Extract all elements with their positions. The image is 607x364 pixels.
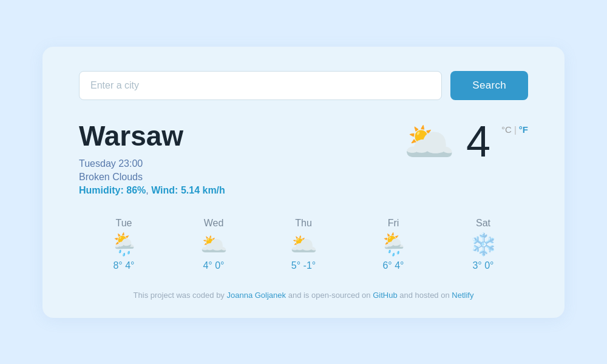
forecast-day-label: Tue xyxy=(116,218,132,229)
wind-label: Wind: xyxy=(151,185,178,195)
city-info: Warsaw Tuesday 23:00 Broken Clouds Humid… xyxy=(79,120,225,196)
forecast-icon: 🌥️ xyxy=(290,234,317,255)
forecast-temps: 3° 0° xyxy=(472,260,493,271)
current-temperature: 4 xyxy=(466,120,490,163)
forecast-icon: 🌦️ xyxy=(380,234,407,255)
forecast-temps: 4° 0° xyxy=(203,260,224,271)
forecast-day-label: Wed xyxy=(204,218,224,229)
wind-value: 5.14 km/h xyxy=(181,185,225,195)
forecast-day: Fri 🌦️ 6° 4° xyxy=(380,218,407,271)
footer-netlify-link[interactable]: Netlify xyxy=(452,291,473,300)
forecast-day: Sat ❄️ 3° 0° xyxy=(470,218,497,271)
forecast-icon: ❄️ xyxy=(470,234,497,255)
current-condition: Broken Clouds xyxy=(79,172,225,183)
search-input[interactable] xyxy=(79,71,442,100)
unit-toggle: °C | °F xyxy=(501,124,528,135)
forecast-temps: 8° 4° xyxy=(113,260,134,271)
forecast-day-label: Sat xyxy=(476,218,490,229)
forecast-temps: 5° -1° xyxy=(291,260,316,271)
forecast-icon: 🌦️ xyxy=(110,234,138,255)
humidity-wind: Humidity: 86%, Wind: 5.14 km/h xyxy=(79,185,225,196)
temperature-display: 🌥️ 4 °C | °F xyxy=(404,120,528,163)
current-datetime: Tuesday 23:00 xyxy=(79,158,225,169)
search-button[interactable]: Search xyxy=(450,71,528,100)
forecast-day: Thu 🌥️ 5° -1° xyxy=(290,218,317,271)
footer-text-middle: and is open-sourced on xyxy=(286,291,373,300)
footer: This project was coded by Joanna Goljane… xyxy=(79,291,528,300)
footer-github-link[interactable]: GitHub xyxy=(373,291,397,300)
forecast-icon: 🌥️ xyxy=(200,234,228,255)
footer-text-after: and hosted on xyxy=(398,291,452,300)
current-weather-icon: 🌥️ xyxy=(404,121,455,162)
forecast-day-label: Fri xyxy=(388,218,399,229)
footer-author-link[interactable]: Joanna Goljanek xyxy=(226,291,286,300)
unit-celsius[interactable]: °C xyxy=(501,124,512,135)
humidity-value: 86% xyxy=(126,185,146,195)
forecast-day: Tue 🌦️ 8° 4° xyxy=(110,218,138,271)
search-row: Search xyxy=(79,71,528,100)
current-weather: Warsaw Tuesday 23:00 Broken Clouds Humid… xyxy=(79,120,528,196)
unit-fahrenheit[interactable]: °F xyxy=(519,124,528,135)
humidity-label: Humidity: xyxy=(79,185,124,195)
forecast-day: Wed 🌥️ 4° 0° xyxy=(200,218,228,271)
forecast-row: Tue 🌦️ 8° 4° Wed 🌥️ 4° 0° Thu 🌥️ 5° -1° … xyxy=(79,218,528,271)
unit-separator: | xyxy=(514,124,517,135)
forecast-day-label: Thu xyxy=(295,218,312,229)
forecast-temps: 6° 4° xyxy=(382,260,404,271)
weather-card: Search Warsaw Tuesday 23:00 Broken Cloud… xyxy=(42,47,565,318)
footer-text-before: This project was coded by xyxy=(134,291,227,300)
city-name: Warsaw xyxy=(79,120,225,152)
